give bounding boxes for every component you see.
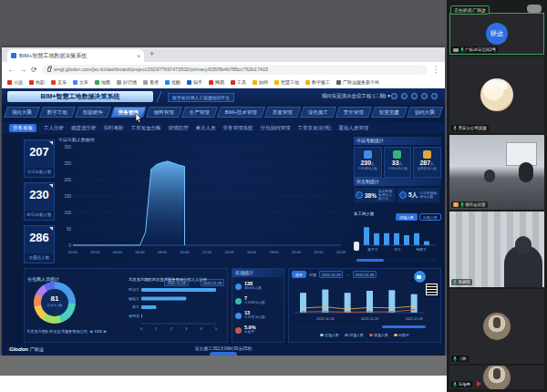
nav-tab-label: 智慧党建 (379, 109, 399, 116)
participant-label: 马海艳 (451, 381, 472, 387)
bookmark-item[interactable]: 文库 (73, 79, 88, 85)
notify-icon[interactable] (411, 93, 418, 99)
nav-tab-label: 智能硬件 (83, 109, 103, 116)
mic-on-icon (453, 280, 457, 285)
onsite-row-text: 13今日退场人数 (244, 311, 265, 320)
sub-tab-2[interactable]: 稳定度分析 (71, 125, 97, 131)
bookmark-item[interactable]: 京东 (51, 79, 67, 85)
sub-tab-5[interactable]: 疫情防控 (169, 125, 189, 131)
project-selector[interactable]: 项目实景演示会议工程 (二期) ▾ (322, 93, 391, 99)
legend-label: 进场人数 (349, 333, 364, 337)
bookmark-item[interactable]: 数字施工 (305, 79, 330, 85)
bookmark-label: 地图 (101, 79, 110, 85)
drag-handle-icon[interactable] (354, 242, 359, 251)
month-toggle-chip[interactable]: 按月 (292, 271, 306, 278)
browser-tab[interactable]: BIM+智慧工地数据决策系统 × (7, 49, 144, 62)
bookmark-item[interactable]: 智慧工地 (274, 79, 299, 85)
today-tile-value: 230人 (355, 160, 381, 166)
bookmark-item[interactable]: 知乎 (187, 79, 202, 85)
svg-text:管理员: 管理员 (129, 314, 139, 318)
tab-close-icon[interactable]: × (137, 53, 140, 59)
settings-icon[interactable] (421, 93, 428, 99)
nav-tab-7[interactable]: 质量管理 (264, 107, 301, 118)
nav-tab-8[interactable]: 绿色施工 (300, 107, 336, 118)
bookmarks-bar: 小说热剧京东文库地图好行情看准优酷知乎网易工具协同智慧工地数字施工广联达服务新干… (2, 77, 445, 88)
reaction-icon[interactable] (527, 5, 542, 13)
nav-tab-6[interactable]: BIM+技术管理 (217, 107, 265, 118)
nav-tab-10[interactable]: 智慧党建 (371, 107, 408, 118)
bookmark-item[interactable]: 好行情 (117, 79, 137, 85)
nav-tab-2[interactable]: 智能硬件 (75, 107, 111, 118)
sub-tab-6[interactable]: 重点人员 (196, 125, 216, 131)
nav-tab-9[interactable]: 安全管理 (335, 107, 372, 118)
nav-tab-label: 协同大脑 (415, 109, 435, 116)
safety-days-text: 安全施工362天06时30分25秒 (2, 346, 445, 351)
participant-tile-5[interactable]: 马海艳 (449, 366, 544, 389)
svg-text:20:00: 20:00 (292, 250, 302, 254)
participant-tile-1[interactable]: 西安分公司闵慧 (449, 57, 544, 133)
bookmark-item[interactable]: 小说 (7, 79, 23, 85)
participant-tiles: 联达广联达演示间1号西安分公司闵慧主项目会议室李晓明《帅马海艳 (447, 13, 547, 391)
secondary-nav: 劳务看板工人分析稳定度分析实时考勤工资发放台账疫情防控重点人员劳务管理系统分包协… (2, 122, 445, 134)
bookmark-label: 好行情 (123, 79, 137, 85)
sub-tab-0[interactable]: 劳务看板 (9, 124, 36, 132)
trend-date-to[interactable]: 2022-11-28 (353, 271, 377, 278)
bookmark-item[interactable]: 网易 (209, 79, 224, 85)
trend-scroll-thumb[interactable] (382, 325, 426, 328)
onsite-row-3: 5.9%出勤率 (235, 323, 281, 337)
date-label: 日期 (309, 273, 316, 277)
bookmark-item[interactable]: 地图 (95, 79, 110, 85)
nav-tab-label: 安全管理 (344, 109, 364, 116)
host-badge: 主 (453, 202, 459, 207)
svg-text:200: 200 (64, 178, 71, 182)
sub-tab-10[interactable]: 退场人员管理 (338, 125, 368, 131)
jobs-chip-1[interactable]: 出勤人数 (419, 213, 441, 221)
trade-scroll-thumb[interactable] (356, 259, 384, 262)
nav-tab-5[interactable]: 生产管理 (181, 107, 218, 118)
onsite-row-0: 138现场总人数 (235, 279, 281, 294)
assistant-float-button[interactable] (414, 271, 426, 283)
bookmark-item[interactable]: 看准 (143, 79, 159, 85)
refresh-icon[interactable] (401, 93, 408, 99)
reload-icon[interactable]: ⟳ (31, 66, 37, 74)
nav-tab-1[interactable]: 数字工地 (39, 107, 76, 118)
bookmark-item[interactable]: 工具 (231, 79, 246, 85)
sub-tab-1[interactable]: 工人分析 (44, 125, 64, 131)
sub-tab-3[interactable]: 实时考勤 (104, 125, 124, 131)
bookmark-item[interactable]: 协同 (253, 79, 268, 85)
bookmark-favicon-icon (165, 80, 170, 85)
nav-tab-11[interactable]: 协同大脑 (407, 107, 443, 118)
browser-menu-icon[interactable]: ⋮ (432, 66, 439, 74)
address-bar[interactable]: smgl.glodon.com/jsc-bi/dashboard/project… (42, 65, 428, 75)
new-tab-button[interactable]: + (150, 49, 154, 58)
logo-divider (157, 91, 167, 102)
trend-scrollbar[interactable] (294, 325, 428, 328)
participant-tile-2[interactable]: 主项目会议室 (449, 135, 544, 210)
pager-prev-icon[interactable]: ◀ (89, 329, 92, 334)
forward-icon[interactable]: → (19, 66, 26, 74)
sub-tab-9[interactable]: 工资直发(在线) (298, 125, 332, 131)
pager-next-icon[interactable]: ▶ (104, 329, 107, 334)
participant-tile-4[interactable]: 《帅 (449, 289, 544, 364)
sub-tab-4[interactable]: 工资发放台账 (131, 125, 161, 131)
sub-tab-8[interactable]: 分包协同管理 (261, 125, 291, 131)
user-icon[interactable] (431, 93, 438, 99)
nav-tab-4[interactable]: 物料管理 (146, 107, 182, 118)
bookmark-item[interactable]: 优酷 (165, 79, 181, 85)
trade-scrollbar[interactable] (354, 259, 438, 262)
jobs-chip-0[interactable]: 进场人数 (396, 213, 418, 221)
sub-tab-7[interactable]: 劳务管理系统 (223, 125, 253, 131)
attendance-curve-panel: 今日出勤人数曲线 05010015020025030000:0002:0004:… (57, 137, 352, 266)
bookmark-item[interactable]: 广联达服务新干线 (336, 79, 379, 85)
back-icon[interactable]: ← (7, 66, 15, 74)
trend-date-from[interactable]: 2022-10-29 (319, 271, 343, 278)
person-silhouette (484, 170, 495, 182)
fullscreen-icon[interactable] (391, 93, 397, 99)
participant-tile-3[interactable]: 李晓明 (449, 211, 544, 287)
dashboard-header: BIM+智慧工地数据决策系统 数字项目08人工智慧协同平台 项目实景演示会议工程… (2, 88, 445, 105)
bookmark-item[interactable]: 热剧 (29, 79, 45, 85)
donut-value: 81 (41, 294, 68, 303)
svg-text:150: 150 (64, 194, 71, 199)
nav-tab-0[interactable]: 项目大脑 (4, 107, 40, 118)
participant-tile-0[interactable]: 联达广联达演示间1号 (449, 13, 544, 55)
